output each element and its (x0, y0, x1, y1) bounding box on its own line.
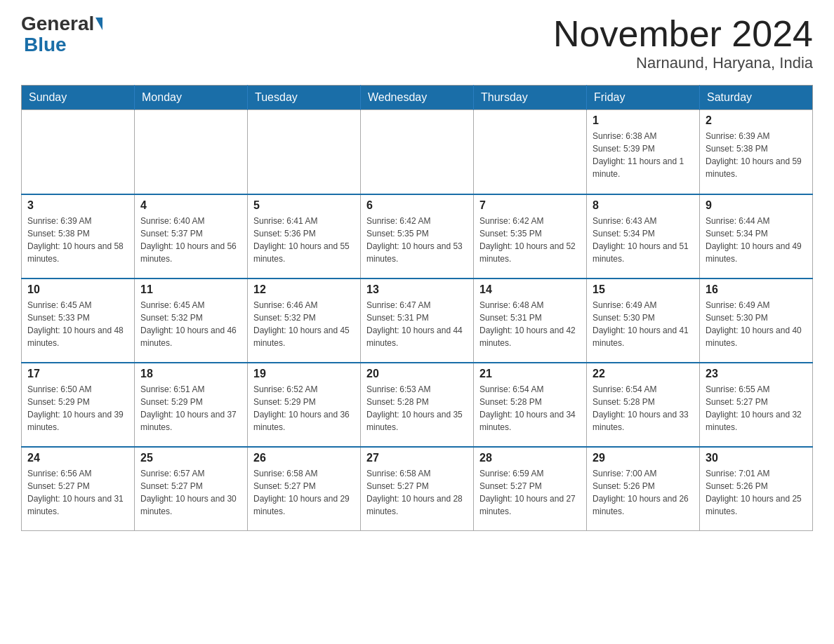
day-number: 23 (706, 368, 807, 380)
day-info: Sunrise: 7:00 AMSunset: 5:26 PMDaylight:… (593, 467, 694, 518)
day-number: 7 (479, 199, 581, 212)
page-header: General Blue November 2024 Narnaund, Har… (21, 14, 813, 72)
calendar-day-cell (248, 110, 361, 194)
logo-blue-label: Blue (24, 34, 67, 55)
calendar-day-cell: 11Sunrise: 6:45 AMSunset: 5:32 PMDayligh… (135, 279, 248, 363)
day-number: 29 (593, 452, 694, 464)
logo-triangle-icon (95, 18, 102, 30)
day-number: 22 (593, 368, 694, 380)
day-of-week-header: Friday (587, 86, 700, 110)
calendar-day-cell (474, 110, 587, 194)
calendar-day-cell: 26Sunrise: 6:58 AMSunset: 5:27 PMDayligh… (248, 447, 361, 531)
calendar-day-cell: 7Sunrise: 6:42 AMSunset: 5:35 PMDaylight… (474, 194, 587, 279)
calendar-day-cell: 23Sunrise: 6:55 AMSunset: 5:27 PMDayligh… (700, 363, 813, 447)
calendar-body: 1Sunrise: 6:38 AMSunset: 5:39 PMDaylight… (22, 110, 813, 531)
day-info: Sunrise: 6:39 AMSunset: 5:38 PMDaylight:… (27, 215, 128, 265)
day-number: 20 (366, 368, 468, 380)
day-info: Sunrise: 6:53 AMSunset: 5:28 PMDaylight:… (366, 383, 468, 434)
day-number: 24 (27, 452, 128, 464)
day-info: Sunrise: 6:56 AMSunset: 5:27 PMDaylight:… (27, 467, 128, 518)
logo-blue-text: Blue (24, 34, 67, 56)
calendar-day-cell: 1Sunrise: 6:38 AMSunset: 5:39 PMDaylight… (587, 110, 700, 194)
calendar-day-cell: 6Sunrise: 6:42 AMSunset: 5:35 PMDaylight… (361, 194, 474, 279)
day-info: Sunrise: 6:52 AMSunset: 5:29 PMDaylight:… (253, 383, 355, 434)
calendar-day-cell: 14Sunrise: 6:48 AMSunset: 5:31 PMDayligh… (474, 279, 587, 363)
day-info: Sunrise: 6:51 AMSunset: 5:29 PMDaylight:… (140, 383, 241, 434)
day-number: 12 (253, 283, 355, 296)
day-number: 14 (479, 283, 581, 296)
calendar-week-row: 24Sunrise: 6:56 AMSunset: 5:27 PMDayligh… (22, 447, 813, 531)
day-info: Sunrise: 6:58 AMSunset: 5:27 PMDaylight:… (366, 467, 468, 518)
day-info: Sunrise: 6:54 AMSunset: 5:28 PMDaylight:… (479, 383, 581, 434)
calendar-day-cell: 3Sunrise: 6:39 AMSunset: 5:38 PMDaylight… (22, 194, 135, 279)
logo: General Blue (21, 14, 104, 56)
day-info: Sunrise: 6:49 AMSunset: 5:30 PMDaylight:… (706, 299, 807, 349)
calendar-table: SundayMondayTuesdayWednesdayThursdayFrid… (21, 85, 813, 531)
calendar-day-cell: 25Sunrise: 6:57 AMSunset: 5:27 PMDayligh… (135, 447, 248, 531)
calendar-day-cell (22, 110, 135, 194)
day-info: Sunrise: 6:43 AMSunset: 5:34 PMDaylight:… (593, 215, 694, 265)
day-of-week-header: Tuesday (248, 86, 361, 110)
logo-text: General (21, 14, 104, 34)
day-info: Sunrise: 6:49 AMSunset: 5:30 PMDaylight:… (593, 299, 694, 349)
day-number: 10 (27, 283, 128, 296)
day-number: 11 (140, 283, 241, 296)
title-section: November 2024 Narnaund, Haryana, India (553, 14, 813, 72)
calendar-day-cell: 29Sunrise: 7:00 AMSunset: 5:26 PMDayligh… (587, 447, 700, 531)
calendar-week-row: 1Sunrise: 6:38 AMSunset: 5:39 PMDaylight… (22, 110, 813, 194)
calendar-day-cell: 17Sunrise: 6:50 AMSunset: 5:29 PMDayligh… (22, 363, 135, 447)
calendar-day-cell: 8Sunrise: 6:43 AMSunset: 5:34 PMDaylight… (587, 194, 700, 279)
calendar-day-cell: 10Sunrise: 6:45 AMSunset: 5:33 PMDayligh… (22, 279, 135, 363)
day-number: 6 (366, 199, 468, 212)
day-number: 18 (140, 368, 241, 380)
day-of-week-header: Sunday (22, 86, 135, 110)
day-info: Sunrise: 6:54 AMSunset: 5:28 PMDaylight:… (593, 383, 694, 434)
calendar-day-cell (135, 110, 248, 194)
calendar-week-row: 10Sunrise: 6:45 AMSunset: 5:33 PMDayligh… (22, 279, 813, 363)
day-number: 21 (479, 368, 581, 380)
calendar-day-cell: 27Sunrise: 6:58 AMSunset: 5:27 PMDayligh… (361, 447, 474, 531)
calendar-day-cell: 30Sunrise: 7:01 AMSunset: 5:26 PMDayligh… (700, 447, 813, 531)
calendar-day-cell: 4Sunrise: 6:40 AMSunset: 5:37 PMDaylight… (135, 194, 248, 279)
day-info: Sunrise: 6:42 AMSunset: 5:35 PMDaylight:… (366, 215, 468, 265)
day-info: Sunrise: 6:38 AMSunset: 5:39 PMDaylight:… (593, 130, 694, 180)
day-info: Sunrise: 6:45 AMSunset: 5:32 PMDaylight:… (140, 299, 241, 349)
calendar-day-cell: 13Sunrise: 6:47 AMSunset: 5:31 PMDayligh… (361, 279, 474, 363)
day-info: Sunrise: 6:57 AMSunset: 5:27 PMDaylight:… (140, 467, 241, 518)
day-number: 30 (706, 452, 807, 464)
day-info: Sunrise: 6:46 AMSunset: 5:32 PMDaylight:… (253, 299, 355, 349)
day-number: 28 (479, 452, 581, 464)
day-info: Sunrise: 6:55 AMSunset: 5:27 PMDaylight:… (706, 383, 807, 434)
calendar-header-row: SundayMondayTuesdayWednesdayThursdayFrid… (22, 86, 813, 110)
day-info: Sunrise: 6:59 AMSunset: 5:27 PMDaylight:… (479, 467, 581, 518)
day-of-week-header: Saturday (700, 86, 813, 110)
calendar-week-row: 3Sunrise: 6:39 AMSunset: 5:38 PMDaylight… (22, 194, 813, 279)
calendar-day-cell: 9Sunrise: 6:44 AMSunset: 5:34 PMDaylight… (700, 194, 813, 279)
day-number: 4 (140, 199, 241, 212)
day-number: 1 (593, 114, 694, 127)
day-info: Sunrise: 6:58 AMSunset: 5:27 PMDaylight:… (253, 467, 355, 518)
calendar-day-cell: 12Sunrise: 6:46 AMSunset: 5:32 PMDayligh… (248, 279, 361, 363)
day-info: Sunrise: 7:01 AMSunset: 5:26 PMDaylight:… (706, 467, 807, 518)
day-info: Sunrise: 6:45 AMSunset: 5:33 PMDaylight:… (27, 299, 128, 349)
calendar-day-cell (361, 110, 474, 194)
calendar-week-row: 17Sunrise: 6:50 AMSunset: 5:29 PMDayligh… (22, 363, 813, 447)
day-number: 2 (706, 114, 807, 127)
location-subtitle: Narnaund, Haryana, India (553, 54, 813, 72)
day-info: Sunrise: 6:47 AMSunset: 5:31 PMDaylight:… (366, 299, 468, 349)
calendar-day-cell: 28Sunrise: 6:59 AMSunset: 5:27 PMDayligh… (474, 447, 587, 531)
month-year-title: November 2024 (553, 14, 813, 54)
calendar-day-cell: 22Sunrise: 6:54 AMSunset: 5:28 PMDayligh… (587, 363, 700, 447)
day-of-week-header: Monday (135, 86, 248, 110)
calendar-day-cell: 21Sunrise: 6:54 AMSunset: 5:28 PMDayligh… (474, 363, 587, 447)
day-info: Sunrise: 6:44 AMSunset: 5:34 PMDaylight:… (706, 215, 807, 265)
day-number: 25 (140, 452, 241, 464)
calendar-day-cell: 5Sunrise: 6:41 AMSunset: 5:36 PMDaylight… (248, 194, 361, 279)
day-number: 26 (253, 452, 355, 464)
day-info: Sunrise: 6:42 AMSunset: 5:35 PMDaylight:… (479, 215, 581, 265)
day-info: Sunrise: 6:39 AMSunset: 5:38 PMDaylight:… (706, 130, 807, 180)
calendar-day-cell: 24Sunrise: 6:56 AMSunset: 5:27 PMDayligh… (22, 447, 135, 531)
day-number: 27 (366, 452, 468, 464)
calendar-day-cell: 19Sunrise: 6:52 AMSunset: 5:29 PMDayligh… (248, 363, 361, 447)
day-number: 9 (706, 199, 807, 212)
